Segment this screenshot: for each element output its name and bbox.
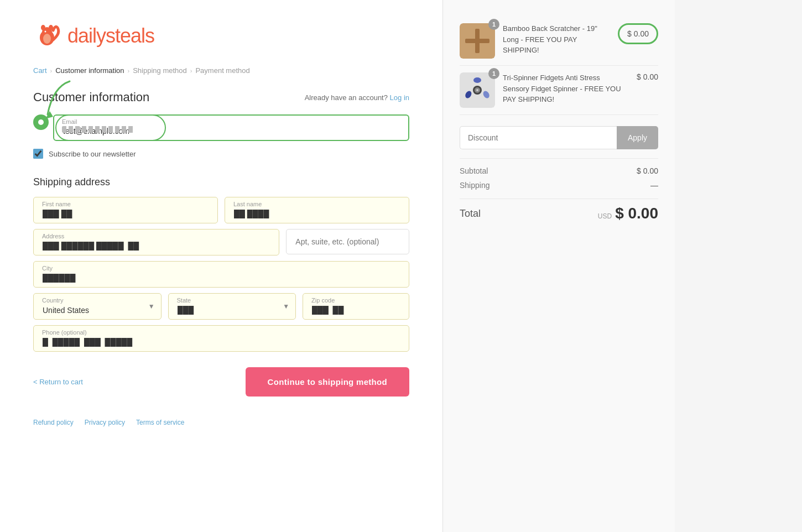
- breadcrumb-cart[interactable]: Cart: [33, 66, 47, 75]
- first-name-field[interactable]: First name: [33, 197, 218, 223]
- apt-field[interactable]: [286, 229, 409, 255]
- breadcrumb-shipping-method: Shipping method: [133, 66, 187, 75]
- grand-total-row: Total USD $ 0.00: [460, 199, 658, 222]
- item-2-image: [460, 72, 495, 108]
- subtotal-value: $ 0.00: [637, 166, 658, 175]
- currency-label: USD: [598, 212, 612, 220]
- email-input-wrapper[interactable]: Email: [53, 114, 409, 141]
- first-name-input[interactable]: [33, 197, 218, 223]
- phone-field[interactable]: Phone (optional): [33, 325, 409, 352]
- newsletter-label: Subscribe to our newsletter: [49, 150, 136, 158]
- zip-field[interactable]: Zip code: [303, 293, 409, 320]
- email-circle-indicator: [33, 114, 49, 130]
- refund-policy-link[interactable]: Refund policy: [33, 419, 74, 426]
- breadcrumb-customer-info: Customer information: [55, 66, 124, 75]
- apt-input[interactable]: [286, 229, 409, 254]
- grand-value-area: USD $ 0.00: [598, 205, 658, 222]
- state-field[interactable]: State ███ ▼: [168, 293, 296, 320]
- shipping-address-title: Shipping address: [33, 176, 409, 188]
- state-select[interactable]: ███: [168, 293, 296, 320]
- item-1-image-wrapper: 1: [460, 23, 495, 59]
- login-link[interactable]: Log in: [390, 93, 409, 102]
- logo-area: dailysteals: [33, 22, 409, 50]
- city-field[interactable]: City: [33, 261, 409, 288]
- city-input[interactable]: [33, 261, 409, 288]
- city-row: City: [33, 261, 409, 288]
- footer-links: Refund policy Privacy policy Terms of se…: [33, 419, 409, 426]
- order-summary-panel: 1 Bamboo Back Scratcher - 19" Long - FRE…: [442, 0, 675, 532]
- email-field-area: Email: [53, 114, 409, 141]
- shipping-value: —: [650, 181, 658, 190]
- last-name-input[interactable]: [225, 197, 409, 223]
- return-cart-link[interactable]: < Return to cart: [33, 378, 83, 386]
- grand-total-label: Total: [460, 208, 481, 220]
- item-1-image: [460, 23, 495, 59]
- breadcrumb-sep-1: ›: [50, 67, 53, 74]
- item-2-price: $ 0.00: [631, 72, 658, 81]
- privacy-policy-link[interactable]: Privacy policy: [85, 419, 125, 426]
- login-prompt: Already have an account? Log in: [305, 93, 409, 102]
- breadcrumb: Cart › Customer information › Shipping m…: [33, 66, 409, 75]
- country-field[interactable]: Country United States ▼: [33, 293, 162, 320]
- zip-input[interactable]: [303, 293, 409, 320]
- name-row: First name Last name: [33, 197, 409, 223]
- breadcrumb-sep-3: ›: [190, 67, 192, 74]
- svg-point-2: [41, 25, 45, 30]
- newsletter-row: Subscribe to our newsletter: [33, 149, 409, 159]
- discount-row: Apply: [460, 126, 658, 149]
- country-state-zip-row: Country United States ▼ State ███ ▼ Zip …: [33, 293, 409, 320]
- item-2-image-wrapper: 1: [460, 72, 495, 108]
- order-item-1: 1 Bamboo Back Scratcher - 19" Long - FRE…: [460, 17, 658, 66]
- section-header: Customer information Already have an acc…: [33, 90, 409, 105]
- item-1-price: $ 0.00: [618, 23, 658, 44]
- item-1-badge: 1: [488, 19, 499, 30]
- item-2-name: Tri-Spinner Fidgets Anti Stress Sensory …: [503, 72, 623, 105]
- country-select[interactable]: United States: [33, 293, 162, 320]
- terms-link[interactable]: Terms of service: [136, 419, 184, 426]
- svg-point-12: [473, 77, 481, 83]
- item-1-price-wrapper: $ 0.00: [618, 23, 658, 44]
- email-wrapper[interactable]: Email: [53, 114, 409, 141]
- address-field[interactable]: Address: [33, 229, 279, 255]
- svg-point-5: [43, 34, 51, 44]
- shipping-row: Shipping —: [460, 181, 658, 190]
- logo-text: dailysteals: [67, 24, 154, 48]
- apply-discount-button[interactable]: Apply: [617, 126, 658, 149]
- grand-amount: $ 0.00: [615, 205, 658, 222]
- totals-section: Subtotal $ 0.00 Shipping — Total USD $ 0…: [460, 158, 658, 222]
- address-row: Address: [33, 229, 409, 255]
- continue-button[interactable]: Continue to shipping method: [246, 367, 409, 397]
- discount-input[interactable]: [460, 126, 617, 149]
- subtotal-row: Subtotal $ 0.00: [460, 166, 658, 175]
- customer-info-title: Customer information: [33, 90, 149, 105]
- shipping-label: Shipping: [460, 181, 490, 190]
- bottom-actions: < Return to cart Continue to shipping me…: [33, 367, 409, 397]
- last-name-field[interactable]: Last name: [225, 197, 409, 223]
- subtotal-label: Subtotal: [460, 166, 488, 175]
- newsletter-checkbox[interactable]: [33, 149, 43, 159]
- svg-point-4: [45, 31, 46, 33]
- address-input[interactable]: [33, 229, 279, 255]
- phone-input[interactable]: [33, 325, 409, 352]
- breadcrumb-sep-2: ›: [128, 67, 130, 74]
- logo-squirrel-icon: [33, 22, 61, 50]
- svg-point-16: [476, 89, 478, 91]
- order-item-2: 1 Tri-Spinner Fidgets Anti Stress Sensor…: [460, 66, 658, 115]
- item-1-name: Bamboo Back Scratcher - 19" Long - FREE …: [503, 23, 610, 56]
- svg-rect-9: [475, 29, 480, 53]
- email-input[interactable]: [53, 114, 409, 141]
- item-2-badge: 1: [488, 68, 499, 79]
- phone-row: Phone (optional): [33, 325, 409, 352]
- breadcrumb-payment-method: Payment method: [195, 66, 249, 75]
- email-label: Email: [62, 118, 77, 125]
